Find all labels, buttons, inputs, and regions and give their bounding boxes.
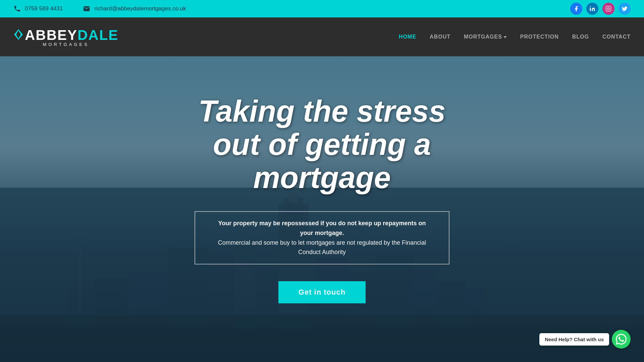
navbar: ABBEY DALE MORTGAGES HOME ABOUT MORTGAGE… (0, 17, 644, 56)
chat-label: Chat with us (574, 337, 604, 342)
nav-mortgages[interactable]: MORTGAGES (464, 34, 507, 40)
whatsapp-label: Need Help? Chat with us (539, 333, 609, 346)
hero-section: Taking the stress out of getting a mortg… (0, 56, 644, 362)
nav-protection[interactable]: PROTECTION (520, 34, 559, 40)
twitter-button[interactable] (619, 3, 631, 15)
get-in-touch-button[interactable]: Get in touch (278, 281, 366, 303)
whatsapp-widget: Need Help? Chat with us (539, 330, 631, 349)
phone-contact[interactable]: 0759 569 4431 (13, 5, 63, 12)
phone-icon (13, 5, 21, 12)
social-icons (570, 3, 631, 15)
need-help-text: Need Help? (545, 337, 573, 342)
email-contact[interactable]: richard@abbeydalemortgages.co.uk (83, 5, 186, 12)
facebook-button[interactable] (570, 3, 582, 15)
nav-links: HOME ABOUT MORTGAGES PROTECTION BLOG CON… (399, 34, 631, 40)
top-bar-contact-info: 0759 569 4431 richard@abbeydalemortgages… (13, 5, 186, 12)
top-bar: 0759 569 4431 richard@abbeydalemortgages… (0, 0, 644, 17)
hero-content: Taking the stress out of getting a mortg… (0, 56, 644, 362)
nav-contact[interactable]: CONTACT (602, 34, 631, 40)
hero-headline: Taking the stress out of getting a mortg… (199, 95, 446, 194)
disclaimer-regular: Commercial and some buy to let mortgages… (215, 238, 429, 257)
logo-text: ABBEY DALE (13, 27, 118, 43)
whatsapp-button[interactable] (612, 330, 631, 349)
email-icon (83, 5, 90, 12)
email-address: richard@abbeydalemortgages.co.uk (94, 5, 186, 12)
headline-text: Taking the stress out of getting a mortg… (199, 95, 446, 194)
logo-abbey: ABBEY (25, 27, 77, 43)
disclaimer-box: Your property may be repossessed if you … (195, 211, 449, 264)
nav-about[interactable]: ABOUT (430, 34, 450, 40)
linkedin-button[interactable] (586, 3, 598, 15)
nav-blog[interactable]: BLOG (572, 34, 589, 40)
phone-number: 0759 569 4431 (25, 5, 63, 12)
whatsapp-icon (616, 334, 627, 345)
instagram-button[interactable] (602, 3, 614, 15)
chevron-down-icon (503, 36, 507, 38)
logo[interactable]: ABBEY DALE MORTGAGES (13, 27, 118, 47)
logo-dale: DALE (77, 27, 118, 43)
svg-point-0 (590, 6, 591, 7)
svg-rect-1 (606, 6, 611, 11)
nav-home[interactable]: HOME (399, 34, 416, 40)
disclaimer-bold: Your property may be repossessed if you … (215, 219, 429, 238)
logo-sub: MORTGAGES (13, 42, 118, 47)
logo-diamond-icon (13, 28, 23, 41)
